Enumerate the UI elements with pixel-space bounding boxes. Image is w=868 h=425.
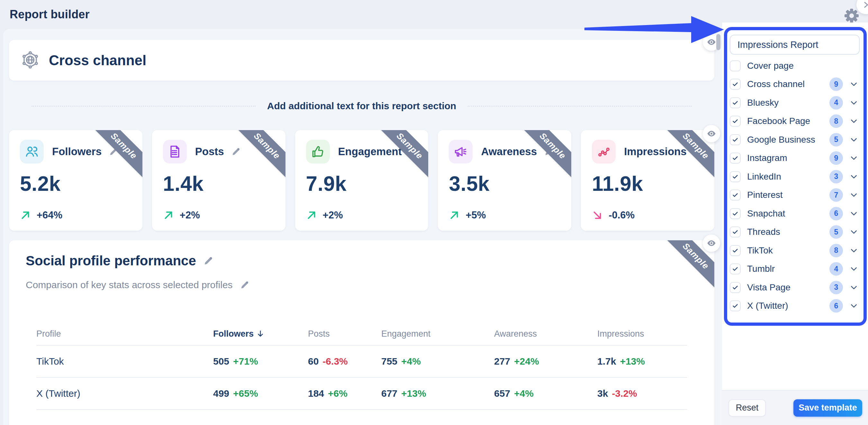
edit-pencil-icon[interactable] [694, 147, 704, 157]
panel-item-threads[interactable]: Threads 5 [728, 223, 861, 241]
metric-value: 11.9k [592, 172, 704, 196]
panel-item-cover-page[interactable]: Cover page [728, 57, 861, 75]
panel-item-instagram[interactable]: Instagram 9 [728, 149, 861, 168]
edit-pencil-icon[interactable] [203, 256, 214, 266]
checkbox-checked[interactable] [730, 153, 741, 164]
settings-gear-button[interactable] [843, 8, 860, 24]
metric-value: 3.5k [449, 172, 560, 196]
count-badge: 9 [830, 77, 843, 91]
panel-item-pinterest[interactable]: Pinterest 7 [728, 186, 861, 205]
reset-button[interactable]: Reset [728, 399, 766, 417]
chevron-down-icon[interactable] [849, 264, 858, 273]
chevron-down-icon[interactable] [849, 301, 858, 310]
followers-icon-tile [20, 140, 44, 164]
edit-pencil-icon[interactable] [108, 147, 118, 157]
eye-icon [706, 238, 717, 248]
engagement-icon [311, 144, 325, 159]
column-header-awareness[interactable]: Awareness [494, 323, 597, 345]
edit-pencil-icon[interactable] [544, 147, 554, 157]
metric-delta: +2% [180, 209, 200, 221]
posts-icon [168, 144, 182, 159]
metric-delta: -0.6% [609, 209, 634, 221]
checkbox-checked[interactable] [730, 263, 741, 274]
panel-item-tumblr[interactable]: Tumblr 4 [728, 260, 861, 279]
panel-item-x-twitter[interactable]: X (Twitter) 6 [728, 297, 861, 316]
dotted-divider [31, 106, 255, 107]
count-badge: 8 [830, 244, 843, 257]
panel-item-bluesky[interactable]: Bluesky 4 [728, 94, 861, 112]
profile-cell: X (Twitter) [36, 378, 213, 410]
checkbox-unchecked[interactable] [730, 60, 741, 71]
metric-cards-row: Followers 5.2k +64% Sample Posts [9, 130, 714, 231]
report-sections-panel: Cover page Cross channel 9 Bluesky 4 Fac… [724, 27, 867, 326]
add-section-text-button[interactable]: Add additional text for this report sect… [267, 101, 456, 111]
hide-section-eye-button[interactable] [703, 125, 720, 142]
panel-item-cross-channel[interactable]: Cross channel 9 [728, 75, 861, 94]
count-badge: 4 [830, 262, 843, 275]
save-template-button[interactable]: Save template [794, 399, 862, 417]
scrollbar-thumb[interactable] [716, 34, 720, 50]
chevron-down-icon[interactable] [849, 135, 858, 144]
chevron-down-icon[interactable] [849, 209, 858, 218]
checkbox-checked[interactable] [730, 116, 741, 127]
column-header-profile[interactable]: Profile [36, 323, 213, 345]
panel-item-google-business[interactable]: Google Business 5 [728, 130, 861, 149]
checkbox-checked[interactable] [730, 79, 741, 90]
panel-item-snapchat[interactable]: Snapchat 6 [728, 204, 861, 223]
page-title: Report builder [10, 8, 90, 21]
cross-channel-section-header: Cross channel [9, 40, 714, 80]
checkbox-checked[interactable] [730, 208, 741, 219]
metric-value: 1.4k [163, 172, 275, 196]
performance-subtitle: Comparison of key stats across selected … [26, 280, 233, 290]
engagement-icon-tile [306, 140, 330, 164]
chevron-down-icon[interactable] [849, 98, 858, 107]
checkbox-checked[interactable] [730, 226, 741, 237]
panel-item-facebook-page[interactable]: Facebook Page 8 [728, 112, 861, 131]
chevron-down-icon[interactable] [849, 246, 858, 255]
column-header-posts[interactable]: Posts [308, 323, 381, 345]
column-header-engagement[interactable]: Engagement [381, 323, 494, 345]
metric-delta: +2% [323, 209, 343, 221]
chevron-down-icon[interactable] [849, 80, 858, 89]
metric-card-impressions: Impressions 11.9k -0.6% Sample [581, 130, 714, 231]
checkbox-checked[interactable] [730, 190, 741, 200]
checkbox-checked[interactable] [730, 282, 741, 293]
impressions-icon [597, 144, 611, 159]
chevron-down-icon[interactable] [849, 117, 858, 126]
column-header-impressions[interactable]: Impressions [597, 323, 687, 345]
chevron-down-icon[interactable] [849, 154, 858, 163]
gear-icon [844, 8, 859, 23]
panel-item-linkedin[interactable]: LinkedIn 3 [728, 167, 861, 186]
metric-delta: +5% [465, 209, 486, 221]
chevron-down-icon[interactable] [849, 227, 858, 236]
edit-pencil-icon[interactable] [231, 147, 241, 157]
hide-section-eye-button[interactable] [703, 234, 720, 252]
metric-label: Awareness [481, 145, 537, 158]
count-badge: 8 [830, 115, 843, 128]
checkbox-checked[interactable] [730, 300, 741, 311]
eye-icon [706, 37, 717, 47]
metric-card-engagement: Engagement 7.9k +2% Sample [295, 130, 429, 231]
count-badge: 3 [830, 281, 843, 294]
panel-item-tiktok[interactable]: TikTok 8 [728, 241, 861, 260]
report-name-input[interactable] [730, 35, 860, 55]
chevron-down-icon[interactable] [849, 283, 858, 292]
count-badge: 9 [830, 151, 843, 165]
checkbox-checked[interactable] [730, 171, 741, 182]
chevron-down-icon[interactable] [849, 191, 858, 199]
column-header-followers-sorted[interactable]: Followers [213, 323, 308, 345]
edit-pencil-icon[interactable] [240, 280, 249, 290]
metric-label: Impressions [624, 145, 686, 158]
followers-icon [25, 144, 39, 159]
count-badge: 4 [830, 96, 843, 109]
count-badge: 3 [830, 170, 843, 184]
count-badge: 5 [830, 225, 843, 239]
panel-item-vista-page[interactable]: Vista Page 3 [728, 278, 861, 297]
checkbox-checked[interactable] [730, 97, 741, 108]
add-text-row: Add additional text for this report sect… [9, 98, 714, 114]
trend-up-icon [306, 210, 317, 221]
cross-channel-icon [21, 51, 40, 70]
checkbox-checked[interactable] [730, 134, 741, 145]
checkbox-checked[interactable] [730, 245, 741, 256]
chevron-down-icon[interactable] [849, 172, 858, 181]
